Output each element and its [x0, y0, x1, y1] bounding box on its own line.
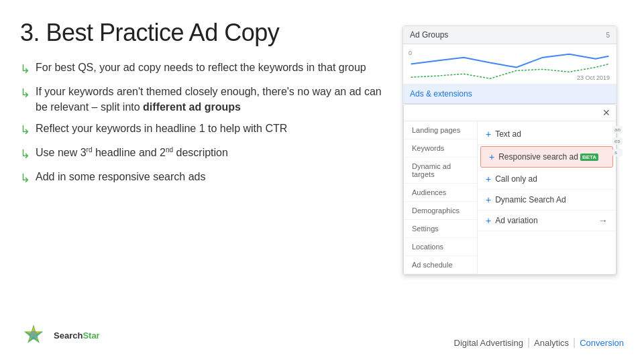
- beta-badge: BETA: [580, 154, 598, 161]
- ads-header-title: Ad Groups: [410, 30, 448, 40]
- list-item: ↳ Add in some responsive search ads: [20, 170, 382, 187]
- header-number: 5: [606, 32, 610, 39]
- list-item: ↳ For best QS, your ad copy needs to ref…: [20, 60, 382, 78]
- plus-icon: +: [486, 174, 491, 184]
- ads-ui-header: Ad Groups 5: [403, 26, 616, 44]
- plus-icon: +: [486, 194, 491, 205]
- list-item: ↳ If your keywords aren't themed closely…: [20, 84, 382, 115]
- ads-extensions-row[interactable]: Ads & extensions: [403, 84, 616, 104]
- menu-row-audiences[interactable]: Audiences: [404, 184, 477, 202]
- slide-title: 3. Best Practice Ad Copy: [20, 19, 382, 47]
- ad-type-call[interactable]: + Call only ad: [478, 169, 616, 190]
- chart-zero-label: 0: [409, 50, 412, 56]
- logo-area: SearchStar: [20, 322, 100, 349]
- ad-type-label: Text ad: [495, 129, 521, 139]
- svg-point-2: [30, 331, 38, 340]
- plus-icon: +: [486, 129, 491, 139]
- bullet-arrow-icon: ↳: [20, 146, 30, 163]
- left-panel: 3. Best Practice Ad Copy ↳ For best QS, …: [20, 19, 396, 349]
- modal-content: Landing pages Keywords Dynamic ad target…: [404, 121, 616, 274]
- bullet-arrow-icon: ↳: [20, 122, 30, 139]
- modal-close-row: ✕: [404, 105, 616, 121]
- bullet-text-5: Add in some responsive search ads: [36, 170, 382, 184]
- menu-label: Locations: [412, 243, 469, 251]
- ad-type-modal: ✕ Landing pages Keywords Dynamic ad targ…: [403, 104, 616, 275]
- arrow-icon: →: [598, 215, 608, 226]
- searchstar-logo-icon: [20, 322, 47, 349]
- menu-row-locations[interactable]: Locations: [404, 238, 477, 256]
- logo-text-group: SearchStar: [54, 329, 100, 341]
- bullet-text-4: Use new 3rd headline and 2nd description: [36, 145, 382, 161]
- left-menu: Landing pages Keywords Dynamic ad target…: [404, 121, 478, 274]
- menu-row-settings[interactable]: Settings: [404, 220, 477, 238]
- footer-divider-2: |: [573, 337, 576, 349]
- menu-row-dynamic[interactable]: Dynamic ad targets: [404, 158, 477, 184]
- ads-ui-mockup: Ad Groups 5 0 23 Oct 2019 Ads & extensio…: [402, 25, 617, 276]
- bullet-text-3: Reflect your keywords in headline 1 to h…: [36, 121, 382, 136]
- bullet-list: ↳ For best QS, your ad copy needs to ref…: [20, 60, 382, 188]
- side-label-3: s: [612, 149, 623, 156]
- plus-icon: +: [486, 215, 491, 226]
- ads-extensions-label: Ads & extensions: [410, 89, 472, 99]
- footer-nav-conversion[interactable]: Conversion: [580, 338, 624, 348]
- side-label-2: es: [612, 137, 623, 145]
- side-labels: an es s: [612, 126, 623, 156]
- menu-row-demographics[interactable]: Demographics: [404, 202, 477, 220]
- right-panel: Ad Groups 5 0 23 Oct 2019 Ads & extensio…: [396, 19, 624, 349]
- plus-icon: +: [489, 152, 494, 162]
- menu-label: Dynamic ad targets: [412, 162, 469, 178]
- ad-type-label: Responsive search ad: [498, 152, 578, 162]
- logo-text-star: Star: [83, 330, 99, 341]
- menu-row-schedule[interactable]: Ad schedule: [404, 256, 477, 274]
- bullet-text-2: If your keywords aren't themed closely e…: [36, 84, 382, 115]
- menu-label: Audiences: [412, 188, 469, 196]
- menu-label: Ad schedule: [412, 261, 469, 269]
- menu-row-keywords[interactable]: Keywords: [404, 139, 477, 158]
- footer-divider-1: |: [527, 337, 530, 349]
- bullet-arrow-icon: ↳: [20, 170, 30, 187]
- footer-nav: Digital Advertising | Analytics | Conver…: [454, 337, 624, 349]
- menu-label: Demographics: [412, 206, 469, 215]
- list-item: ↳ Reflect your keywords in headline 1 to…: [20, 121, 382, 139]
- menu-label: Keywords: [412, 144, 469, 152]
- chart-date-label: 23 Oct 2019: [577, 74, 610, 81]
- close-icon[interactable]: ✕: [602, 107, 610, 118]
- bullet-text-1: For best QS, your ad copy needs to refle…: [36, 60, 382, 75]
- logo-text-search: Search: [54, 330, 83, 341]
- list-item: ↳ Use new 3rd headline and 2nd descripti…: [20, 145, 382, 163]
- footer-nav-digital[interactable]: Digital Advertising: [454, 338, 523, 348]
- menu-row-landing[interactable]: Landing pages: [404, 121, 477, 139]
- ad-type-text[interactable]: + Text ad: [478, 124, 616, 145]
- menu-label: Settings: [412, 225, 469, 233]
- bullet-arrow-icon: ↳: [20, 61, 30, 78]
- ad-types-panel: + Text ad + Responsive search ad BETA + …: [478, 121, 616, 274]
- ad-type-responsive[interactable]: + Responsive search ad BETA: [480, 146, 613, 168]
- ad-type-label: Dynamic Search Ad: [495, 195, 566, 204]
- footer-nav-analytics[interactable]: Analytics: [534, 338, 569, 348]
- side-label-1: an: [612, 126, 623, 133]
- menu-label: Landing pages: [412, 126, 469, 134]
- ad-type-variation[interactable]: + Ad variation →: [478, 210, 616, 231]
- ad-type-label: Call only ad: [495, 174, 537, 184]
- bullet-arrow-icon: ↳: [20, 85, 30, 102]
- ad-type-label: Ad variation: [495, 216, 537, 225]
- chart-area: 0 23 Oct 2019: [403, 44, 616, 84]
- ad-type-dsa[interactable]: + Dynamic Search Ad: [478, 190, 616, 210]
